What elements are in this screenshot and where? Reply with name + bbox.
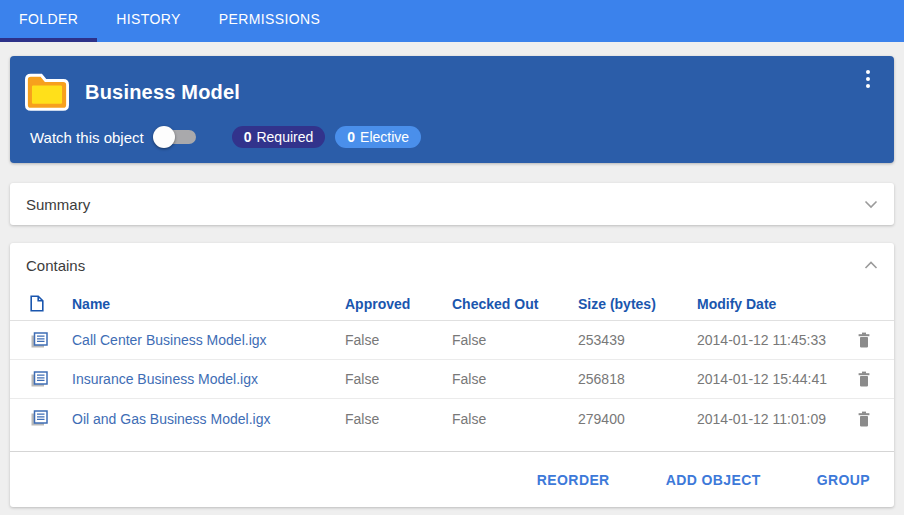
col-header-checked-out[interactable]: Checked Out — [452, 296, 578, 312]
cell-approved: False — [345, 371, 452, 387]
table-row: Call Center Business Model.igx False Fal… — [10, 321, 894, 360]
cell-size: 279400 — [578, 411, 697, 427]
elective-count: 0 — [347, 129, 355, 145]
document-icon — [30, 295, 72, 312]
cell-modify-date: 2014-01-12 15:44:41 — [697, 371, 855, 387]
page-title: Business Model — [85, 81, 240, 104]
watch-toggle[interactable] — [156, 130, 196, 144]
contains-title: Contains — [26, 257, 85, 274]
copy-document-icon — [30, 371, 72, 388]
top-nav: FOLDER HISTORY PERMISSIONS — [0, 0, 904, 42]
trash-icon[interactable] — [855, 369, 873, 389]
actions-bar: REORDER ADD OBJECT GROUP — [10, 452, 894, 507]
header-title-row: Business Model — [22, 70, 878, 114]
cell-size: 253439 — [578, 332, 697, 348]
contains-section: Contains Name Approved Checked Out Size … — [10, 243, 894, 507]
cell-modify-date: 2014-01-12 11:01:09 — [697, 411, 855, 427]
main-content: Business Model Watch this object 0 Requi… — [0, 56, 904, 507]
tab-history[interactable]: HISTORY — [97, 0, 200, 42]
cell-approved: False — [345, 332, 452, 348]
col-header-modify-date[interactable]: Modify Date — [697, 296, 855, 312]
object-header-card: Business Model Watch this object 0 Requi… — [10, 56, 894, 163]
cell-size: 256818 — [578, 371, 697, 387]
table-row: Oil and Gas Business Model.igx False Fal… — [10, 399, 894, 438]
trash-icon[interactable] — [855, 409, 873, 429]
add-object-button[interactable]: ADD OBJECT — [666, 472, 761, 488]
table-body: Call Center Business Model.igx False Fal… — [10, 321, 894, 438]
col-header-approved[interactable]: Approved — [345, 296, 452, 312]
object-link[interactable]: Insurance Business Model.igx — [72, 371, 345, 387]
reorder-button[interactable]: REORDER — [537, 472, 610, 488]
table-header-row: Name Approved Checked Out Size (bytes) M… — [10, 287, 894, 321]
required-badge: 0 Required — [232, 126, 326, 148]
col-header-size[interactable]: Size (bytes) — [578, 296, 697, 312]
cell-approved: False — [345, 411, 452, 427]
group-button[interactable]: GROUP — [817, 472, 870, 488]
object-link[interactable]: Oil and Gas Business Model.igx — [72, 411, 345, 427]
cell-checked-out: False — [452, 371, 578, 387]
table-row: Insurance Business Model.igx False False… — [10, 360, 894, 399]
elective-badge: 0 Elective — [335, 126, 421, 148]
contains-section-header[interactable]: Contains — [10, 243, 894, 287]
col-header-name[interactable]: Name — [72, 296, 345, 312]
tab-permissions[interactable]: PERMISSIONS — [200, 0, 340, 42]
copy-document-icon — [30, 410, 72, 427]
required-label: Required — [256, 129, 313, 145]
tab-folder[interactable]: FOLDER — [0, 0, 97, 42]
chevron-down-icon — [864, 200, 878, 209]
required-count: 0 — [244, 129, 252, 145]
object-link[interactable]: Call Center Business Model.igx — [72, 332, 345, 348]
cell-checked-out: False — [452, 332, 578, 348]
kebab-menu-icon[interactable] — [856, 66, 880, 92]
cell-modify-date: 2014-01-12 11:45:33 — [697, 332, 855, 348]
trash-icon[interactable] — [855, 330, 873, 350]
toggle-knob — [153, 126, 175, 148]
chevron-up-icon — [864, 261, 878, 270]
summary-title: Summary — [26, 196, 90, 213]
summary-section-header[interactable]: Summary — [10, 183, 894, 225]
folder-icon — [22, 70, 72, 114]
elective-label: Elective — [360, 129, 409, 145]
watch-row: Watch this object 0 Required 0 Elective — [30, 126, 878, 148]
cell-checked-out: False — [452, 411, 578, 427]
contains-table: Name Approved Checked Out Size (bytes) M… — [10, 287, 894, 438]
watch-label: Watch this object — [30, 129, 144, 146]
copy-document-icon — [30, 332, 72, 349]
